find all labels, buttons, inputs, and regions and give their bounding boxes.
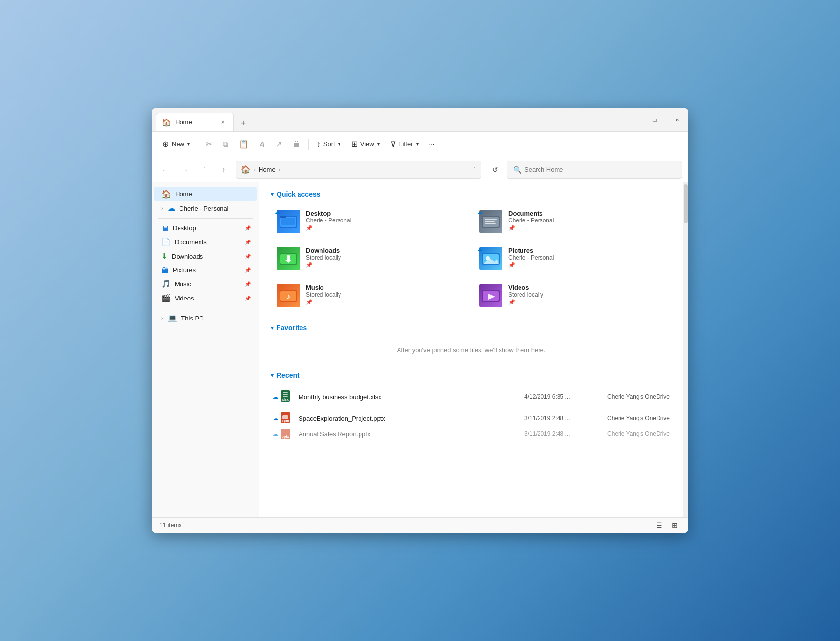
scrollbar-thumb[interactable] <box>684 184 688 223</box>
svg-text:♪: ♪ <box>286 292 290 300</box>
recent-item-1[interactable]: ☁ pptx SpaceExploration_Project.pptx 3/1… <box>271 407 672 429</box>
delete-button[interactable]: 🗑 <box>288 137 305 152</box>
toolbar-separator-2 <box>308 139 309 150</box>
minimize-button[interactable]: — <box>621 108 643 131</box>
svg-rect-3 <box>280 216 286 218</box>
documents-item-info: Documents Cherie - Personal 📌 <box>508 210 554 231</box>
svg-text:xlsx: xlsx <box>282 398 289 401</box>
search-box[interactable]: 🔍 <box>507 161 682 179</box>
breadcrumb-home: Home <box>259 166 276 173</box>
sidebar-item-thispc[interactable]: › 💻 This PC <box>154 311 257 325</box>
sidebar-desktop-label: Desktop <box>173 224 241 232</box>
quick-access-header[interactable]: ▾ Quick access <box>271 190 672 198</box>
svg-rect-25 <box>283 394 288 395</box>
view-button[interactable]: ⊞ View ▾ <box>346 137 384 152</box>
music-pin: 📌 <box>306 299 341 305</box>
music-folder-icon: ♪ <box>277 284 300 307</box>
new-icon: ⊕ <box>162 140 169 149</box>
new-button[interactable]: ⊕ New ▾ <box>158 137 195 152</box>
cut-button[interactable]: ✂ <box>201 137 217 152</box>
breadcrumb-separator-2: › <box>279 166 280 173</box>
copy-button[interactable]: ⧉ <box>218 137 233 152</box>
qa-item-pictures[interactable]: ☁ Pictures Cherie - Personal 📌 <box>473 242 672 275</box>
new-caret-icon: ▾ <box>187 141 190 147</box>
sidebar-item-pictures[interactable]: 🏔 Pictures 📌 <box>154 263 257 277</box>
thispc-icon: 💻 <box>168 314 177 322</box>
thispc-expand-icon: › <box>161 316 163 321</box>
tab-home-label: Home <box>175 119 192 126</box>
music-item-sub: Stored locally <box>306 291 341 298</box>
tab-close-button[interactable]: × <box>219 118 227 127</box>
favorites-chevron-icon: ▾ <box>271 325 274 331</box>
main-area: 🏠 Home › ☁ Cherie - Personal 🖥 Desktop 📌… <box>152 182 688 517</box>
pptx-icon: pptx <box>280 411 294 425</box>
address-bar-row: ← → ˅ ↑ 🏠 › Home › ˅ ↺ 🔍 <box>152 157 688 182</box>
sidebar-downloads-label: Downloads <box>172 253 241 260</box>
recent-item-1-location: Cherie Yang's OneDrive <box>607 415 670 421</box>
music-item-info: Music Stored locally 📌 <box>306 284 341 305</box>
favorites-header[interactable]: ▾ Favorites <box>271 324 672 332</box>
documents-pin-icon: 📌 <box>245 240 251 245</box>
sidebar-item-onedrive[interactable]: › ☁ Cherie - Personal <box>154 201 257 215</box>
close-button[interactable]: × <box>666 108 688 131</box>
pictures-pin-icon: 📌 <box>245 267 251 273</box>
grid-view-button[interactable]: ⊞ <box>669 520 680 531</box>
sidebar-item-videos[interactable]: 🎬 Videos 📌 <box>154 291 257 305</box>
sidebar-documents-label: Documents <box>175 239 241 246</box>
videos-icon: 🎬 <box>161 294 171 302</box>
recent-header[interactable]: ▾ Recent <box>271 371 672 379</box>
scrollbar-track[interactable] <box>683 182 688 517</box>
maximize-button[interactable]: □ <box>643 108 666 131</box>
pptx-icon-2: pptx <box>280 429 294 439</box>
videos-item-info: Videos Stored locally 📌 <box>508 284 543 305</box>
filter-button[interactable]: ⊽ Filter ▾ <box>385 137 423 152</box>
share-button[interactable]: ↗ <box>271 137 287 152</box>
favorites-empty-text: After you've pinned some files, we'll sh… <box>271 339 672 361</box>
documents-item-sub: Cherie - Personal <box>508 217 554 224</box>
sidebar-item-music[interactable]: 🎵 Music 📌 <box>154 277 257 291</box>
recent-item-2-name: Annual Sales Report.pptx <box>299 430 520 438</box>
search-input[interactable] <box>524 166 676 173</box>
recent-item-0-name: Monthly business budget.xlsx <box>299 393 520 401</box>
sidebar-item-documents[interactable]: 📄 Documents 📌 <box>154 235 257 249</box>
sidebar: 🏠 Home › ☁ Cherie - Personal 🖥 Desktop 📌… <box>152 182 259 517</box>
sidebar-divider-1 <box>158 218 253 219</box>
new-tab-button[interactable]: + <box>236 116 251 131</box>
recent-locations-button[interactable]: ˅ <box>197 162 212 178</box>
new-label: New <box>172 140 184 148</box>
home-tab[interactable]: 🏠 Home × <box>156 113 234 131</box>
sidebar-item-downloads[interactable]: ⬇ Downloads 📌 <box>154 249 257 263</box>
svg-rect-11 <box>287 255 290 260</box>
sidebar-item-home[interactable]: 🏠 Home <box>154 187 257 201</box>
search-icon: 🔍 <box>513 166 521 174</box>
recent-item-2[interactable]: ☁ pptx Annual Sales Report.pptx 3/11/201… <box>271 429 672 439</box>
content-wrap: ▾ Quick access ☁ Desktop <box>259 182 688 517</box>
paste-button[interactable]: 📋 <box>234 137 254 152</box>
qa-item-downloads[interactable]: Downloads Stored locally 📌 <box>271 242 469 275</box>
sidebar-item-desktop[interactable]: 🖥 Desktop 📌 <box>154 221 257 235</box>
toolbar-separator-1 <box>198 139 198 150</box>
sort-button[interactable]: ↕ Sort ▾ <box>312 137 345 152</box>
toolbar: ⊕ New ▾ ✂ ⧉ 📋 A ↗ 🗑 ↕ Sort ▾ ⊞ <box>152 132 688 157</box>
qa-item-videos[interactable]: Videos Stored locally 📌 <box>473 279 672 312</box>
recent-item-0[interactable]: ☁ xlsx Monthly business budget.xlsx 4/12… <box>271 386 672 407</box>
documents-icon: 📄 <box>161 238 171 246</box>
downloads-pin-icon: 📌 <box>245 254 251 259</box>
up-button[interactable]: ↑ <box>216 162 232 178</box>
refresh-button[interactable]: ↺ <box>487 162 503 178</box>
list-view-button[interactable]: ☰ <box>653 520 665 531</box>
desktop-folder-icon <box>277 210 300 233</box>
back-button[interactable]: ← <box>158 162 173 178</box>
more-button[interactable]: ··· <box>424 138 440 151</box>
address-chevron-icon: ˅ <box>473 166 476 173</box>
content-area: ▾ Quick access ☁ Desktop <box>259 182 683 517</box>
qa-item-desktop[interactable]: ☁ Desktop Cherie - Personal 📌 <box>271 205 469 238</box>
qa-item-documents[interactable]: ☁ Documents Cherie - Personal 📌 <box>473 205 672 238</box>
qa-item-music[interactable]: ♪ Music Stored locally 📌 <box>271 279 469 312</box>
address-box[interactable]: 🏠 › Home › ˅ <box>236 161 481 179</box>
svg-rect-2 <box>281 218 295 225</box>
rename-button[interactable]: A <box>255 137 270 151</box>
downloads-pin: 📌 <box>306 262 341 268</box>
svg-text:pptx: pptx <box>282 419 289 423</box>
forward-button[interactable]: → <box>177 162 193 178</box>
